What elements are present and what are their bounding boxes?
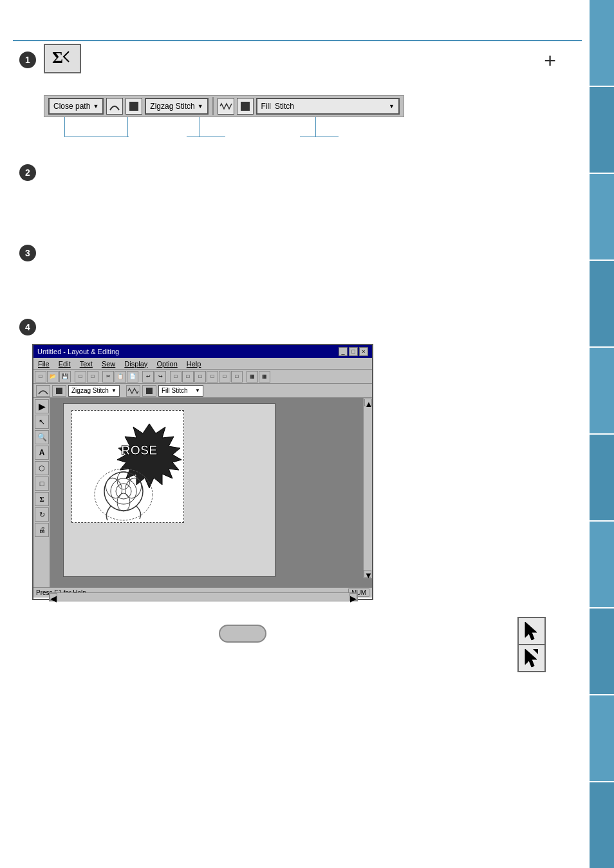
toolbar-btn-15[interactable]: □ [219, 371, 230, 382]
fill-stitch-label: Fill [261, 102, 271, 111]
minimize-btn[interactable]: _ [339, 347, 348, 356]
toolbar-btn-16[interactable]: □ [231, 371, 243, 382]
zigzag-arrow: ▼ [198, 103, 203, 109]
app-sidebar: ▶ ↖ 🔍 A ⬡ □ Σ ↻ 🖨 [33, 398, 50, 587]
tb-sep2 [99, 371, 102, 382]
toolbar-btn-13[interactable]: □ [194, 371, 206, 382]
right-tab-8[interactable] [590, 609, 614, 695]
toolbar-btn-11[interactable]: □ [170, 371, 181, 382]
toolbar-btn-10[interactable]: ↪ [154, 371, 166, 382]
right-tab-4[interactable] [590, 261, 614, 348]
annotation-line-1 [64, 117, 65, 137]
step1-sigma-icon: Σ [44, 44, 81, 73]
right-tab-7[interactable] [590, 522, 614, 609]
step4-number: 4 [19, 319, 36, 335]
tool-arrow[interactable]: ▶ [35, 399, 49, 413]
new-btn[interactable]: □ [35, 371, 46, 382]
toolbar-btn-9[interactable]: ↩ [142, 371, 154, 382]
svg-marker-12 [525, 649, 537, 667]
close-path-dropdown[interactable]: Close path ▼ [48, 98, 104, 115]
app-fill-dropdown[interactable]: Fill Stitch ▼ [158, 385, 203, 397]
toolbar-btn-17[interactable]: ▦ [247, 371, 258, 382]
app-fill-label: Fill Stitch [162, 387, 188, 394]
tool-text[interactable]: A [35, 446, 49, 460]
title-buttons: _ □ × [339, 347, 368, 356]
step3-number: 3 [19, 245, 36, 261]
app-body: ▶ ↖ 🔍 A ⬡ □ Σ ↻ 🖨 ROSE [33, 398, 372, 587]
menu-text[interactable]: Text [78, 360, 95, 368]
scroll-left-btn[interactable]: ◀ [50, 593, 57, 601]
toolbar-btn-6[interactable]: ✂ [102, 371, 114, 382]
black-square-icon-btn[interactable] [126, 98, 142, 115]
canvas-drawing-area: ROSE [63, 403, 275, 577]
app-menu-bar: File Edit Text Sew Display Option Help [33, 358, 372, 370]
right-tab-10[interactable] [590, 782, 614, 868]
maximize-btn[interactable]: □ [349, 347, 358, 356]
right-tab-6[interactable] [590, 435, 614, 522]
canvas-scrollbar-right[interactable]: ▲ ▼ [363, 398, 372, 578]
menu-edit[interactable]: Edit [57, 360, 73, 368]
annotation-line-2 [127, 117, 128, 137]
toolbar-btn-7[interactable]: 📋 [115, 371, 126, 382]
annotation-line-3h [187, 137, 225, 137]
toolbar-btn-18[interactable]: ▦ [259, 371, 270, 382]
right-tab-5[interactable] [590, 348, 614, 435]
menu-help[interactable]: Help [185, 360, 203, 368]
menu-option[interactable]: Option [154, 360, 179, 368]
stitch-wave-icon-btn[interactable] [218, 98, 234, 115]
right-tab-strip [590, 0, 614, 868]
app-canvas: ROSE [50, 398, 372, 587]
tool-pointer[interactable]: ↖ [35, 415, 49, 429]
svg-text:Σ: Σ [52, 48, 63, 67]
annotation-line-3 [200, 117, 200, 137]
fill-stitch-dropdown[interactable]: Fill Stitch ▼ [256, 98, 400, 115]
stitch-label2: Stitch [275, 102, 294, 111]
right-tab-1[interactable] [590, 0, 614, 87]
tool-sigma[interactable]: Σ [35, 492, 49, 506]
scroll-up-btn[interactable]: ▲ [364, 399, 372, 406]
svg-point-5 [111, 478, 136, 504]
svg-marker-11 [525, 622, 537, 640]
toolbar-btn-5[interactable]: □ [87, 371, 98, 382]
scroll-down-btn[interactable]: ▼ [364, 570, 371, 578]
tool-rotate[interactable]: ↻ [35, 507, 49, 522]
app-toolbar2: Zigzag Stitch ▼ Fill Stitch ▼ [33, 384, 372, 398]
app-curve-btn[interactable] [36, 385, 50, 397]
app-wave-btn[interactable] [126, 385, 140, 397]
close-btn[interactable]: × [359, 347, 368, 356]
menu-file[interactable]: File [36, 360, 51, 368]
close-path-arrow: ▼ [93, 103, 98, 109]
black-square2-icon-btn[interactable] [237, 98, 254, 115]
open-btn[interactable]: 📂 [47, 371, 59, 382]
menu-sew[interactable]: Sew [100, 360, 117, 368]
right-tab-2[interactable] [590, 87, 614, 174]
curve-icon-btn[interactable] [106, 98, 123, 115]
svg-text:ROSE: ROSE [121, 443, 158, 457]
menu-display[interactable]: Display [122, 360, 149, 368]
scroll-right-btn[interactable]: ▶ [349, 593, 357, 601]
toolbar-btn-14[interactable]: □ [207, 371, 218, 382]
app-zigzag-dropdown[interactable]: Zigzag Stitch ▼ [68, 385, 120, 397]
annotation-line-4 [315, 117, 316, 137]
toolbar-separator [212, 97, 214, 115]
app-black-sq2-btn[interactable] [142, 385, 156, 397]
tool-hex[interactable]: ⬡ [35, 461, 49, 475]
tool-zoom[interactable]: 🔍 [35, 430, 49, 444]
app-black-sq-btn[interactable] [52, 385, 66, 397]
toolbar-btn-12[interactable]: □ [182, 371, 194, 382]
toolbar-btn-3[interactable]: 💾 [59, 371, 71, 382]
right-tab-9[interactable] [590, 695, 614, 782]
app-scrollbar-bottom[interactable]: ◀ ▶ [49, 592, 358, 601]
zigzag-stitch-dropdown[interactable]: Zigzag Stitch ▼ [145, 98, 208, 115]
right-tab-3[interactable] [590, 174, 614, 261]
fill-stitch-arrow: ▼ [389, 103, 395, 109]
toolbar-btn-8[interactable]: 📄 [127, 371, 138, 382]
toolbar-btn-4[interactable]: □ [75, 371, 86, 382]
svg-point-10 [117, 493, 130, 511]
svg-marker-13 [533, 649, 538, 654]
app-title-text: Untitled - Layout & Editing [37, 348, 119, 355]
close-path-label: Close path [53, 102, 90, 111]
app-fill-arrow: ▼ [195, 388, 200, 393]
tool-print[interactable]: 🖨 [35, 523, 49, 537]
tool-rect[interactable]: □ [35, 476, 49, 491]
